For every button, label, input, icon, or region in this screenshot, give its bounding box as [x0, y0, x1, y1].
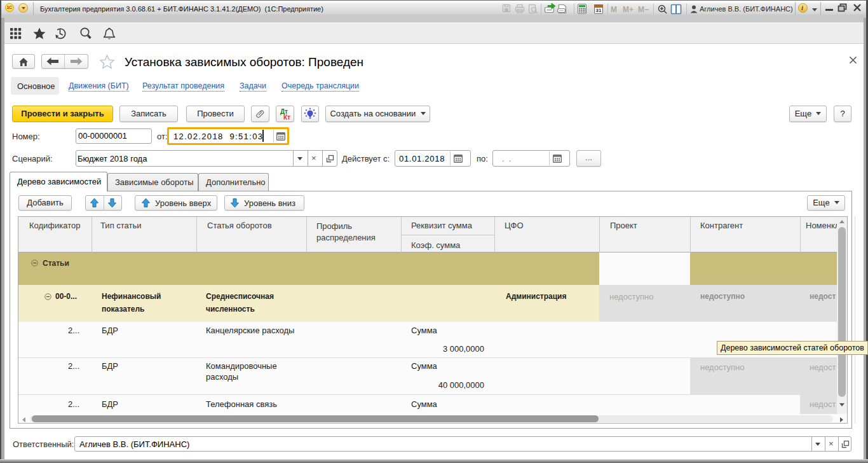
- svg-text:M+: M+: [623, 5, 634, 14]
- svg-text:M−: M−: [638, 5, 649, 14]
- svg-text:31: 31: [596, 8, 602, 13]
- svg-text:M: M: [611, 5, 617, 14]
